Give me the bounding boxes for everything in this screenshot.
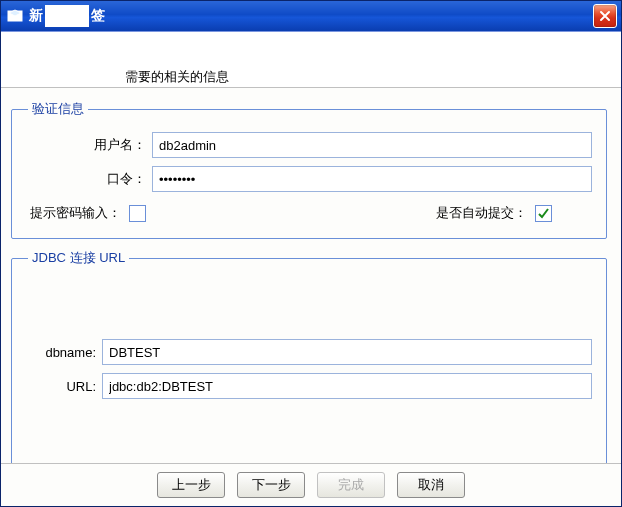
content-area: 需要的相关的信息 验证信息 用户名： 口令： — [1, 31, 621, 506]
username-label: 用户名： — [26, 136, 152, 154]
jdbc-legend: JDBC 连接 URL — [28, 249, 129, 267]
finish-button[interactable]: 完成 — [317, 472, 385, 498]
url-label: URL: — [26, 379, 102, 394]
options-row: 提示密码输入： 是否自动提交： — [26, 200, 592, 224]
title-frag1: 新 — [29, 7, 43, 25]
prompt-password-option: 提示密码输入： — [30, 204, 146, 222]
auto-commit-checkbox[interactable] — [535, 205, 552, 222]
back-button[interactable]: 上一步 — [157, 472, 225, 498]
window-title: 新 签 — [29, 5, 105, 27]
app-icon — [7, 8, 23, 24]
url-row: URL: — [26, 373, 592, 399]
banner-subtitle: 需要的相关的信息 — [125, 68, 229, 86]
title-frag2: 签 — [91, 7, 105, 25]
jdbc-group: JDBC 连接 URL dbname: URL: — [11, 249, 607, 464]
button-bar: 上一步 下一步 完成 取消 — [1, 463, 621, 506]
next-button[interactable]: 下一步 — [237, 472, 305, 498]
dbname-label: dbname: — [26, 345, 102, 360]
username-row: 用户名： — [26, 132, 592, 158]
password-label: 口令： — [26, 170, 152, 188]
close-button[interactable] — [593, 4, 617, 28]
auto-commit-label: 是否自动提交： — [436, 204, 527, 222]
title-gap — [45, 5, 89, 27]
url-input[interactable] — [102, 373, 592, 399]
cancel-button[interactable]: 取消 — [397, 472, 465, 498]
auth-group: 验证信息 用户名： 口令： 提示密码输入： — [11, 100, 607, 239]
close-icon — [599, 10, 611, 22]
checkmark-icon — [537, 207, 550, 220]
password-row: 口令： — [26, 166, 592, 192]
auth-legend: 验证信息 — [28, 100, 88, 118]
auto-commit-option: 是否自动提交： — [436, 204, 552, 222]
wizard-dialog: 新 签 需要的相关的信息 验证信息 用户名： — [0, 0, 622, 507]
body-area: 验证信息 用户名： 口令： 提示密码输入： — [1, 88, 621, 464]
titlebar-left: 新 签 — [7, 5, 105, 27]
username-input[interactable] — [152, 132, 592, 158]
prompt-password-label: 提示密码输入： — [30, 204, 121, 222]
prompt-password-checkbox[interactable] — [129, 205, 146, 222]
dbname-row: dbname: — [26, 339, 592, 365]
banner: 需要的相关的信息 — [1, 32, 621, 88]
password-input[interactable] — [152, 166, 592, 192]
dbname-input[interactable] — [102, 339, 592, 365]
titlebar: 新 签 — [1, 1, 621, 31]
jdbc-inner: dbname: URL: — [26, 339, 592, 399]
